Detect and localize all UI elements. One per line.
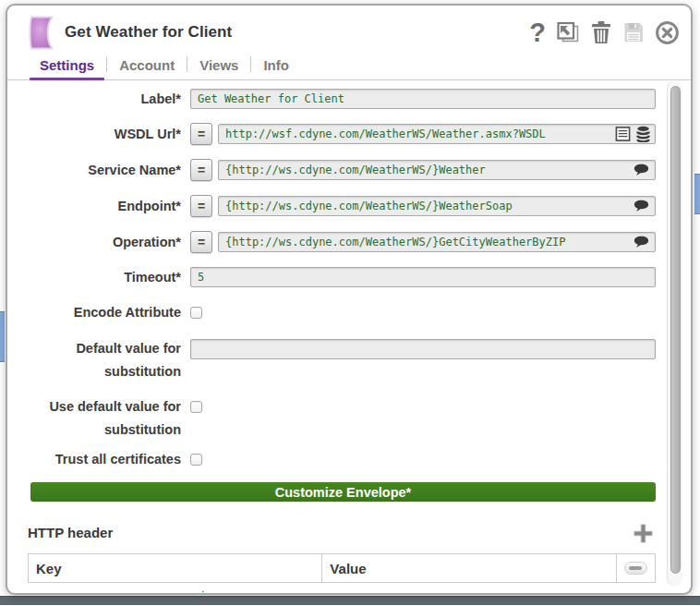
tab-divider [187,56,187,72]
screen: Get Weather for Client ? [0,0,700,606]
open-external-icon[interactable] [556,21,580,43]
help-icon[interactable]: ? [529,19,546,45]
tab-info[interactable]: Info [253,54,299,79]
tab-divider [250,56,251,72]
field-row-timeout: Timeout* [28,267,656,287]
dialog-toolbar: ? [529,19,680,45]
tab-settings[interactable]: Settings [30,54,104,79]
node-properties-dialog: Get Weather for Client ? [6,4,693,595]
encode-attribute-label: Encode Attribute [28,302,181,322]
save-icon[interactable] [622,21,645,43]
http-header-section-head: HTTP header [28,521,656,546]
wsdl-url-field-label: WSDL Url* [28,124,181,144]
key-column-header: Key [29,554,322,583]
operation-input[interactable] [218,232,656,252]
soap-connector-icon [28,16,55,50]
http-header-title: HTTP header [28,521,113,540]
trash-icon[interactable] [590,20,612,44]
default-value-input[interactable] [190,339,656,359]
timeout-field-label: Timeout* [28,267,181,287]
background-bottom-bar [0,596,700,605]
field-row-endpoint: Endpoint* = [28,195,656,217]
encode-attribute-checkbox[interactable] [190,307,202,319]
service-name-input[interactable] [218,160,656,180]
field-row-service-name: Service Name* = [28,159,656,181]
field-row-encode-attribute: Encode Attribute [28,302,656,322]
comment-icon[interactable] [634,200,649,212]
default-value-label: Default value for substitution [28,337,181,383]
scrollbar-track[interactable] [667,81,682,586]
document-list-icon[interactable] [615,127,631,142]
timeout-input[interactable] [190,267,656,287]
tab-account[interactable]: Account [109,54,185,79]
background-selection-fragment-right [694,174,700,214]
field-row-use-default-value: Use default value for substitution [28,395,656,442]
wsdl-url-input[interactable] [218,124,656,144]
use-default-value-label: Use default value for substitution [28,395,181,442]
endpoint-input[interactable] [218,196,656,216]
close-icon[interactable] [655,20,680,45]
label-field-label: Label* [28,89,181,109]
customize-envelope-button[interactable]: Customize Envelope* [30,482,656,502]
remove-header-icon[interactable] [624,562,647,575]
background-selection-fragment-left [0,311,5,362]
equals-expression-button[interactable]: = [190,159,212,181]
comment-icon[interactable] [634,236,649,248]
dialog-header: Get Weather for Client ? [7,6,691,52]
value-column-header: Value [322,554,617,583]
endpoint-field-label: Endpoint* [28,196,181,216]
trust-certificates-label: Trust all certificates [28,449,181,469]
http-header-table: Key Value [28,553,656,583]
equals-expression-button[interactable]: = [190,123,212,145]
tab-divider [106,56,107,72]
use-default-value-checkbox[interactable] [190,401,202,413]
add-header-icon[interactable] [631,521,656,546]
comment-icon[interactable] [634,164,649,176]
settings-panel: Label* WSDL Url* = [7,80,691,593]
equals-expression-button[interactable]: = [190,195,212,217]
field-row-wsdl-url: WSDL Url* = [28,123,656,145]
tab-bar: Settings Account Views Info [7,52,691,80]
tab-views[interactable]: Views [189,54,248,79]
db-stack-icon[interactable] [636,126,650,142]
field-row-default-value: Default value for substitution [28,337,656,383]
field-row-trust-certificates: Trust all certificates [28,449,656,469]
clipped-text-fragment: . [201,582,204,595]
table-header-row: Key Value [29,554,656,583]
equals-expression-button[interactable]: = [190,231,212,253]
operation-field-label: Operation* [28,232,181,252]
remove-header-cell [616,554,655,583]
field-row-operation: Operation* = [28,231,656,253]
service-name-field-label: Service Name* [28,160,181,180]
trust-certificates-checkbox[interactable] [190,454,202,466]
dialog-title: Get Weather for Client [65,23,232,42]
scrollbar-thumb[interactable] [670,86,681,574]
field-row-label: Label* [28,89,656,109]
label-input[interactable] [190,89,656,109]
